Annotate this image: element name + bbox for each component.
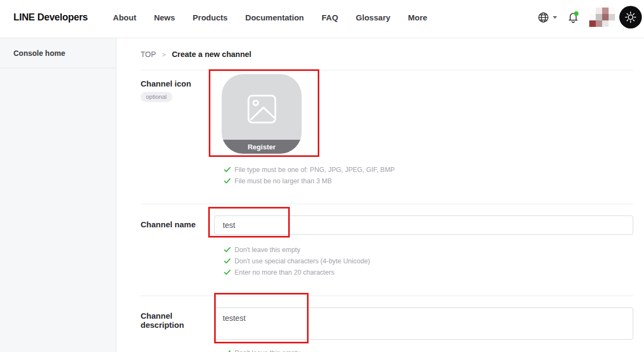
channel-description-label: Channel description <box>141 311 214 329</box>
channel-name-label: Channel name <box>141 220 214 229</box>
breadcrumb: TOP > Create a new channel <box>141 50 633 59</box>
avatar[interactable] <box>589 6 615 28</box>
channel-icon-label: Channel icon <box>141 79 214 88</box>
sun-icon <box>625 11 636 23</box>
hint-not-empty: Don't leave this empty <box>235 349 301 352</box>
channel-description-textarea[interactable]: testest <box>214 307 633 340</box>
nav-item-documentation[interactable]: Documentation <box>245 13 304 22</box>
language-selector[interactable] <box>537 11 557 24</box>
channel-description-hints: Don't leave this empty <box>224 347 633 352</box>
line-developers-logo[interactable]: LINE Developers <box>13 12 88 23</box>
main-nav: About News Products Documentation FAQ Gl… <box>113 13 428 22</box>
main-content: TOP > Create a new channel Channel icon … <box>117 38 644 352</box>
channel-icon-upload[interactable]: Register <box>222 74 302 154</box>
nav-item-glossary[interactable]: Glossary <box>356 13 390 22</box>
breadcrumb-top-link[interactable]: TOP <box>141 50 156 59</box>
nav-item-about[interactable]: About <box>113 13 136 22</box>
channel-name-input[interactable] <box>214 215 633 235</box>
sidebar: Console home <box>0 38 116 352</box>
green-check-icon <box>224 269 231 276</box>
breadcrumb-separator-icon: > <box>162 51 166 59</box>
notifications-button[interactable] <box>567 10 580 24</box>
channel-name-row: Channel name Don't leave this empty Don'… <box>141 204 633 278</box>
nav-item-products[interactable]: Products <box>193 13 228 22</box>
theme-toggle-button[interactable] <box>619 6 642 28</box>
nav-item-news[interactable]: News <box>154 13 175 22</box>
register-button[interactable]: Register <box>222 140 302 154</box>
chevron-down-icon <box>553 16 557 19</box>
sidebar-item-label: Console home <box>13 49 65 58</box>
notification-bell-icon <box>567 10 580 24</box>
top-navigation-bar: LINE Developers About News Products Docu… <box>0 0 644 38</box>
hint-file-size: File must be no larger than 3 MB <box>235 177 332 185</box>
image-placeholder-icon <box>247 94 277 124</box>
channel-name-hints: Don't leave this empty Don't use special… <box>224 244 633 278</box>
green-check-icon <box>224 257 231 264</box>
channel-icon-row: Channel icon optional Register <box>141 70 633 186</box>
header-actions <box>537 6 642 28</box>
optional-badge: optional <box>141 92 172 102</box>
nav-item-faq[interactable]: FAQ <box>321 13 338 22</box>
hint-max-20-chars: Enter no more than 20 characters <box>235 269 334 276</box>
globe-icon <box>537 11 550 24</box>
channel-description-row: Channel description testest Don't leave … <box>141 296 633 352</box>
green-check-icon <box>224 349 231 352</box>
hint-no-special-chars: Don't use special characters (4-byte Uni… <box>235 257 370 265</box>
sidebar-item-console-home[interactable]: Console home <box>0 38 116 68</box>
green-check-icon <box>224 177 231 184</box>
register-button-label: Register <box>247 143 275 151</box>
green-check-icon <box>224 166 231 173</box>
hint-not-empty: Don't leave this empty <box>235 246 301 254</box>
green-check-icon <box>224 246 231 253</box>
page-title: Create a new channel <box>172 50 251 59</box>
channel-icon-hints: File type must be one of: PNG, JPG, JPEG… <box>224 164 633 186</box>
hint-file-type: File type must be one of: PNG, JPG, JPEG… <box>235 166 395 174</box>
nav-item-more[interactable]: More <box>408 13 427 22</box>
